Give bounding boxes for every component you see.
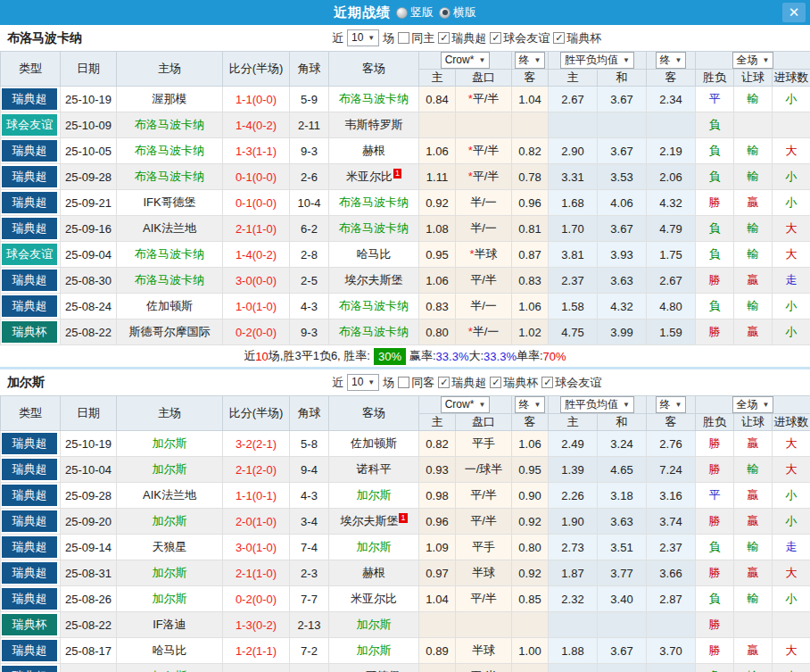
odds-away-cell: 0.95	[512, 457, 549, 483]
handicap-result-cell: 贏	[734, 190, 773, 216]
league-badge: 瑞典杯	[2, 321, 57, 343]
changed-line-star: *	[468, 170, 473, 183]
filter-controls: 近 10 ▼ 场 同主 ✓ 瑞典超 ✓ 球会友谊	[332, 29, 601, 46]
close-button[interactable]: ✕	[782, 3, 806, 22]
avg-draw-cell: 3.67	[598, 138, 647, 164]
odds-away-cell: 1.04	[512, 87, 549, 112]
odds-time-select[interactable]: 终▼	[515, 52, 546, 69]
league-cell: 瑞典超	[1, 483, 61, 509]
near-label: 近	[332, 30, 343, 46]
score-cell: 0-1(0-0)	[223, 164, 290, 190]
league-badge: 瑞典超	[2, 270, 57, 291]
avg-home-cell: 2.32	[549, 586, 598, 612]
checkbox-checked-icon: ✓	[490, 32, 501, 44]
handicap-cell: 平手	[456, 535, 512, 560]
score-cell: 2-0(1-0)	[223, 509, 290, 535]
checkbox-checked-icon: ✓	[438, 377, 450, 388]
league-badge: 瑞典超	[2, 562, 57, 584]
radio-horizontal-label: 横版	[453, 4, 476, 21]
filter-checkbox-3[interactable]: ✓ 瑞典杯	[553, 30, 601, 46]
col-corner: 角球	[290, 52, 329, 87]
odds-home-cell: 1.06	[419, 138, 456, 164]
date-cell: 25-09-21	[61, 190, 117, 216]
filter-checkbox-1[interactable]: ✓ 瑞典超	[438, 30, 486, 46]
col-odds-away: 客	[512, 414, 549, 431]
avg-time-select[interactable]: 终▼	[656, 396, 687, 413]
league-badge: 瑞典超	[2, 536, 57, 558]
summary-segment: 赢率:	[409, 348, 436, 364]
score-cell: 3-2(2-1)	[223, 431, 290, 457]
odds-home-cell: 0.82	[419, 431, 456, 457]
radio-horizontal-layout[interactable]: 横版	[439, 4, 476, 21]
odds-time-select[interactable]: 终▼	[515, 396, 546, 413]
match-row: 瑞典超25-09-16AIK法兰地2-1(1-0)6-2布洛马波卡纳1.08半/…	[1, 216, 810, 242]
col-avg-draw: 和	[598, 414, 647, 431]
handicap-result-cell	[734, 112, 773, 138]
summary-segment: 33.3%	[436, 350, 469, 363]
summary-segment: 30%	[374, 348, 406, 365]
date-cell: 25-09-28	[61, 164, 117, 190]
col-result: 胜负	[696, 414, 734, 431]
header-cell: 全场▼	[696, 396, 810, 414]
odds-home-cell: 1.04	[419, 586, 456, 612]
filter-checkbox-1[interactable]: ✓ 瑞典超	[438, 375, 486, 391]
odds-time-value: 终	[519, 54, 530, 67]
same-venue-checkbox[interactable]: 同主	[398, 30, 434, 46]
corners-cell: 2-11	[290, 112, 329, 138]
avg-away-cell: 2.19	[647, 138, 696, 164]
handicap-result-cell: 輸	[734, 216, 773, 242]
summary-segment: 近	[244, 348, 255, 364]
league-cell: 瑞典超	[1, 138, 61, 164]
avg-draw-cell: 3.43	[598, 664, 647, 672]
avg-type-select[interactable]: 胜平负均值▼	[560, 396, 634, 413]
date-cell: 25-08-30	[61, 268, 117, 294]
chevron-down-icon: ▼	[763, 398, 770, 411]
match-row: 球会友谊25-09-04布洛马波卡纳1-4(0-2)2-8哈马比0.95*半球0…	[1, 242, 810, 268]
corners-cell: 9-3	[290, 319, 329, 345]
odds-home-cell	[419, 612, 456, 638]
period-select[interactable]: 全场▼	[732, 52, 774, 69]
league-badge: 瑞典超	[2, 666, 57, 672]
match-row: 瑞典超25-08-31加尔斯2-1(1-0)2-3赫根0.97半球0.921.8…	[1, 560, 810, 586]
away-team-name: 佐加顿斯	[351, 436, 397, 450]
same-venue-checkbox[interactable]: 同客	[398, 375, 434, 391]
bookmaker-select[interactable]: Crow*▼	[441, 396, 491, 413]
league-cell: 瑞典超	[1, 294, 61, 319]
radio-vertical-layout[interactable]: 竖版	[396, 4, 434, 21]
avg-home-cell: 2.37	[549, 268, 598, 294]
date-cell: 25-10-04	[61, 457, 117, 483]
avg-draw-cell: 3.63	[598, 268, 647, 294]
league-cell: 瑞典超	[1, 216, 61, 242]
bookmaker-select[interactable]: Crow*▼	[441, 52, 491, 69]
avg-type-select[interactable]: 胜平负均值▼	[560, 52, 634, 69]
handicap-cell	[456, 612, 512, 638]
games-suffix-label: 场	[383, 375, 394, 391]
away-team-name: 布洛马波卡纳	[339, 325, 409, 338]
avg-draw-cell: 3.77	[598, 560, 647, 586]
home-team-name: 布洛马波卡纳	[135, 170, 204, 183]
avg-home-cell: 1.90	[549, 509, 598, 535]
avg-time-select[interactable]: 终▼	[656, 52, 687, 69]
goals-result-cell: 小	[773, 586, 810, 612]
away-team-cell: 加尔斯	[329, 612, 419, 638]
match-row: 瑞典超25-10-04加尔斯2-1(2-0)9-4诺科平0.93一/球半0.95…	[1, 457, 810, 483]
games-count-select[interactable]: 10 ▼	[347, 374, 379, 391]
result-cell: 負	[696, 535, 734, 560]
odds-away-cell	[512, 112, 549, 138]
games-count-select[interactable]: 10 ▼	[347, 29, 379, 46]
close-icon: ✕	[789, 4, 800, 20]
filter-label: 瑞典杯	[503, 375, 538, 391]
away-team-cell: 加尔斯	[329, 638, 419, 664]
period-select[interactable]: 全场▼	[732, 396, 774, 413]
avg-time-value: 终	[660, 398, 671, 411]
home-team-name: 天狼星	[153, 540, 187, 553]
corners-cell: 5-9	[290, 87, 329, 112]
filter-checkbox-3[interactable]: ✓ 球会友谊	[541, 375, 601, 391]
odds-home-cell: 0.98	[419, 483, 456, 509]
filter-checkbox-2[interactable]: ✓ 瑞典杯	[490, 375, 538, 391]
avg-draw-cell: 3.53	[598, 164, 647, 190]
filter-checkbox-2[interactable]: ✓ 球会友谊	[490, 30, 550, 46]
score-cell: 0-2(0-0)	[223, 586, 290, 612]
avg-away-cell: 3.66	[647, 560, 696, 586]
result-cell: 勝	[696, 190, 734, 216]
